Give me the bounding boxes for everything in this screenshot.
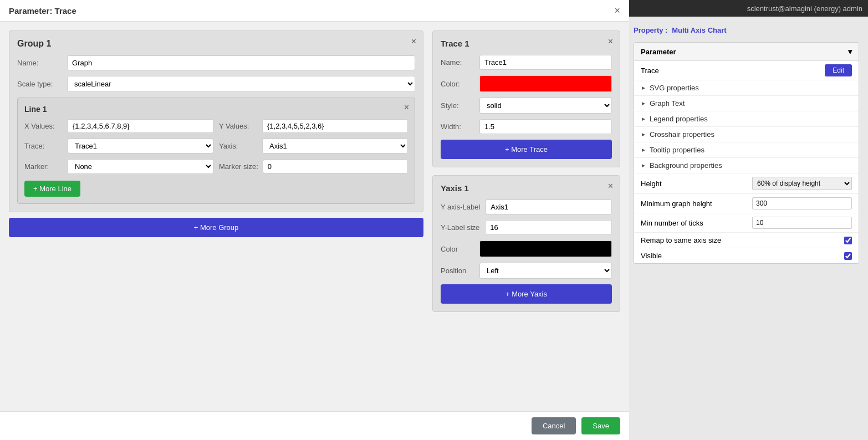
marker-field-label: Marker:	[24, 162, 63, 171]
more-line-button[interactable]: + More Line	[24, 181, 80, 197]
min-graph-height-label: Minimum graph height	[641, 199, 712, 208]
trace1-name-row: Name:	[441, 55, 612, 70]
visible-row: Visible	[634, 248, 859, 263]
remap-label: Remap to same axis size	[641, 236, 721, 244]
arrow-icon: ►	[641, 116, 646, 122]
min-graph-height-row: Minimum graph height	[634, 194, 859, 213]
remap-checkbox[interactable]	[844, 237, 852, 244]
legend-properties-label: Legend properties	[650, 115, 708, 123]
arrow-icon: ►	[641, 131, 646, 137]
trace-field: Trace: Trace1 Trace2	[24, 139, 213, 154]
group1-scale-select[interactable]: scaleLinear scaleLog scaleTime	[67, 76, 415, 92]
group1-scale-row: Scale type: scaleLinear scaleLog scaleTi…	[17, 76, 415, 92]
group1-close-button[interactable]: ×	[411, 37, 416, 47]
marker-size-field: Marker size:	[219, 159, 408, 174]
x-values-input[interactable]	[68, 119, 213, 133]
arrow-icon: ►	[641, 162, 646, 168]
yaxis1-title: Yaxis 1	[441, 183, 612, 193]
marker-size-input[interactable]	[263, 160, 408, 173]
trace-row: Trace Edit	[634, 61, 859, 80]
tooltip-properties-item[interactable]: ► Tooltip properties	[634, 142, 859, 158]
line1-close-button[interactable]: ×	[404, 103, 409, 112]
trace1-style-select[interactable]: solid dashed dotted	[479, 98, 612, 114]
left-panel: Group 1 × Name: Scale type: scaleLinear …	[9, 30, 423, 402]
trace1-width-row: Width:	[441, 119, 612, 134]
yaxis1-size-row: Y-Label size	[441, 220, 612, 235]
property-label: Property :	[634, 26, 667, 34]
trace1-color-row: Color:	[441, 75, 612, 92]
trace1-name-input[interactable]	[479, 55, 612, 70]
visible-checkbox[interactable]	[844, 252, 852, 260]
svg-properties-label: SVG properties	[650, 84, 699, 92]
parameter-label: Parameter	[641, 48, 676, 56]
y-values-label: Y Values:	[219, 122, 258, 130]
group1-box: Group 1 × Name: Scale type: scaleLinear …	[9, 30, 423, 212]
modal-footer: Cancel Save	[0, 411, 629, 440]
yaxis1-position-label: Position	[441, 267, 474, 275]
svg-properties-item[interactable]: ► SVG properties	[634, 80, 859, 96]
visible-label: Visible	[641, 252, 662, 260]
save-button[interactable]: Save	[581, 417, 620, 434]
right-panel: Trace 1 × Name: Color: Style: solid dash…	[432, 30, 620, 402]
more-trace-button[interactable]: + More Trace	[441, 140, 612, 159]
yaxis1-position-row: Position Left Right	[441, 263, 612, 279]
edit-button[interactable]: Edit	[825, 64, 852, 76]
yaxis-field-select[interactable]: Axis1 Axis2	[262, 139, 408, 154]
y-values-field: Y Values:	[219, 119, 408, 133]
yaxis-field: Yaxis: Axis1 Axis2	[219, 139, 408, 154]
arrow-icon: ►	[641, 85, 646, 91]
group1-title: Group 1	[17, 39, 415, 49]
group1-name-label: Name:	[17, 59, 62, 67]
trace1-close-button[interactable]: ×	[608, 37, 613, 47]
more-group-button[interactable]: + More Group	[9, 218, 423, 237]
chevron-down-icon: ▾	[848, 47, 852, 56]
yaxis1-color-label: Color	[441, 245, 474, 253]
yaxis1-box: Yaxis 1 × Y axis-Label Y-Label size Colo…	[432, 175, 620, 312]
background-properties-item[interactable]: ► Background properties	[634, 158, 859, 173]
sidebar-header: scientrust@aimagini (energy) admin	[625, 0, 868, 17]
yaxis1-size-input[interactable]	[485, 220, 612, 235]
background-properties-label: Background properties	[650, 161, 722, 170]
yaxis1-color-swatch[interactable]	[479, 241, 612, 257]
more-yaxis-button[interactable]: + More Yaxis	[441, 284, 612, 304]
y-values-input[interactable]	[262, 119, 408, 133]
yaxis1-label-input[interactable]	[486, 199, 612, 214]
min-ticks-input[interactable]	[752, 217, 852, 229]
group1-name-input[interactable]	[67, 55, 415, 70]
legend-properties-item[interactable]: ► Legend properties	[634, 111, 859, 127]
modal-body: Group 1 × Name: Scale type: scaleLinear …	[0, 22, 629, 411]
yaxis-field-label: Yaxis:	[219, 142, 258, 150]
crosshair-properties-label: Crosshair properties	[650, 130, 714, 139]
trace-field-select[interactable]: Trace1 Trace2	[68, 139, 213, 154]
parameter-header: Parameter ▾	[634, 43, 859, 61]
parameter-section: Parameter ▾ Trace Edit ► SVG properties …	[634, 42, 859, 264]
yaxis1-close-button[interactable]: ×	[608, 181, 613, 191]
yaxis1-size-label: Y-Label size	[441, 223, 479, 232]
yaxis1-label-row: Y axis-Label	[441, 199, 612, 214]
trace-field-label: Trace:	[24, 142, 63, 150]
modal-close-button[interactable]: ×	[614, 6, 620, 16]
x-values-label: X Values:	[24, 122, 63, 130]
trace1-width-label: Width:	[441, 122, 474, 131]
trace1-title: Trace 1	[441, 39, 612, 48]
trace1-color-label: Color:	[441, 80, 474, 88]
yaxis1-position-select[interactable]: Left Right	[479, 263, 612, 279]
graph-text-item[interactable]: ► Graph Text	[634, 96, 859, 111]
marker-field: Marker: None Circle Square	[24, 159, 213, 174]
min-ticks-label: Min number of ticks	[641, 219, 703, 227]
crosshair-properties-item[interactable]: ► Crosshair properties	[634, 127, 859, 142]
right-sidebar: scientrust@aimagini (energy) admin Prope…	[624, 0, 868, 440]
height-select[interactable]: 60% of display height 80% of display hei…	[752, 177, 852, 190]
cancel-button[interactable]: Cancel	[532, 417, 576, 434]
sidebar-content: Property : Multi Axis Chart Parameter ▾ …	[625, 17, 868, 278]
modal-title: Parameter: Trace	[9, 6, 76, 16]
height-row: Height 60% of display height 80% of disp…	[634, 173, 859, 194]
line1-box: Line 1 × X Values: Y Values: Trace:	[17, 98, 415, 204]
yaxis1-label-label: Y axis-Label	[441, 203, 480, 211]
marker-field-select[interactable]: None Circle Square	[68, 159, 213, 174]
min-graph-height-input[interactable]	[752, 197, 852, 209]
trace1-width-input[interactable]	[479, 119, 612, 134]
trace1-color-swatch[interactable]	[479, 75, 612, 92]
trace1-style-label: Style:	[441, 101, 474, 110]
remap-row: Remap to same axis size	[634, 233, 859, 248]
